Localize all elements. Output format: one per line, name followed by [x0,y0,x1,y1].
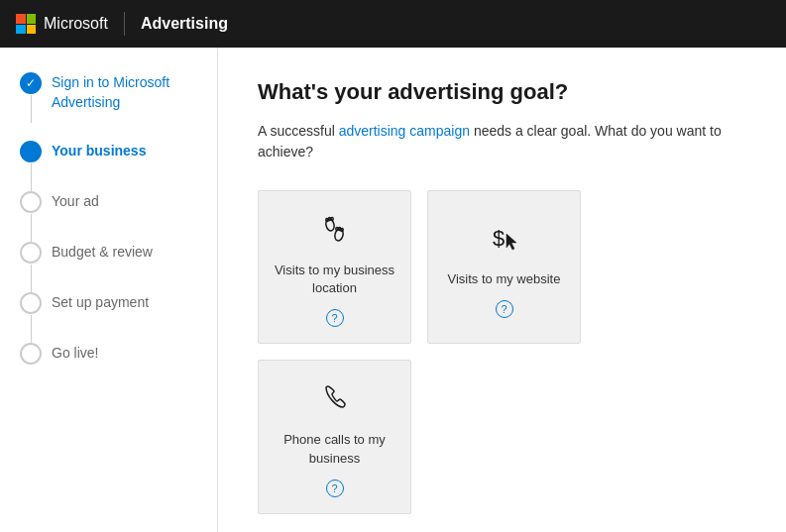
goal-help-visits-website[interactable]: ? [496,300,513,318]
goal-card-phone-calls[interactable]: Phone calls to my business ? [258,360,411,513]
goal-label-phone-calls: Phone calls to my business [271,431,398,467]
sidebar-label-budget-review: Budget & review [52,241,153,263]
advertising-label: Advertising [141,15,228,33]
sidebar-item-go-live[interactable]: Go live! [20,342,217,365]
goal-label-visits-website: Visits to my website [448,270,561,288]
website-icon: $ [487,220,522,261]
svg-point-7 [335,227,338,230]
svg-marker-9 [506,234,516,250]
brand-name: Microsoft [44,15,108,33]
microsoft-logo [16,14,36,34]
phone-icon [317,380,353,421]
goal-help-phone-calls[interactable]: ? [326,479,344,497]
sidebar-label-go-live: Go live! [52,342,98,364]
footprints-icon [317,211,353,252]
header-divider [124,12,125,36]
goal-label-visits-location: Visits to my business location [271,262,398,297]
step-circle-your-business [20,141,42,162]
step-circle-go-live [20,343,42,365]
sidebar-item-payment[interactable]: Set up payment [20,291,217,314]
page-title: What's your advertising goal? [258,79,746,105]
app-header: Microsoft Advertising [0,0,786,48]
sidebar-label-your-business: Your business [52,140,146,161]
sidebar-label-your-ad: Your ad [52,190,99,212]
main-layout: ✓ Sign in to Microsoft Advertising Your … [0,48,786,532]
sidebar: ✓ Sign in to Microsoft Advertising Your … [0,48,218,532]
sidebar-item-budget-review[interactable]: Budget & review [20,241,217,264]
logo-area: Microsoft [16,14,108,34]
sidebar-label-payment: Set up payment [52,291,149,313]
goal-help-visits-location[interactable]: ? [326,309,344,327]
sidebar-item-sign-in[interactable]: ✓ Sign in to Microsoft Advertising [20,71,217,112]
sidebar-label-sign-in: Sign in to Microsoft Advertising [52,71,217,112]
svg-point-3 [330,217,333,220]
subtitle-prefix: A successful [258,123,339,139]
svg-text:$: $ [493,226,505,251]
sidebar-item-your-ad[interactable]: Your ad [20,190,217,213]
step-circle-your-ad [20,191,42,213]
sidebar-item-your-business[interactable]: Your business [20,140,217,162]
subtitle-highlight: advertising campaign [339,123,470,139]
step-circle-payment [20,292,42,314]
checkmark-icon: ✓ [26,77,36,89]
subtitle: A successful advertising campaign needs … [258,121,746,162]
goal-cards-container: Visits to my business location ? $ Visit… [258,190,746,514]
goal-card-visits-website[interactable]: $ Visits to my website ? [427,190,581,344]
active-dot [27,148,35,156]
step-circle-budget-review [20,242,42,264]
goal-card-visits-location[interactable]: Visits to my business location ? [258,190,411,344]
step-circle-sign-in: ✓ [20,72,42,94]
main-content: What's your advertising goal? A successf… [218,48,786,532]
